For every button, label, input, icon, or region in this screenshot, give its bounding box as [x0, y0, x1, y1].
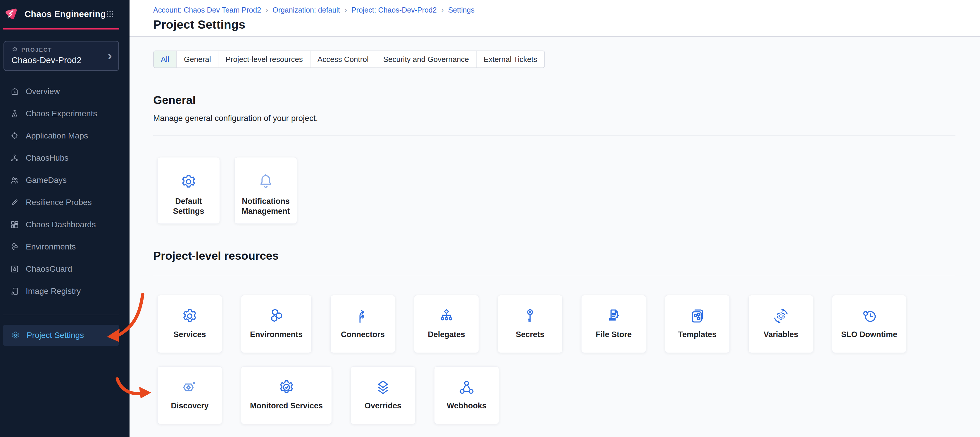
breadcrumb: Account: Chaos Dev Team Prod2 › Organiza… [153, 6, 980, 14]
sidebar-item-project-settings[interactable]: Project Settings [3, 325, 119, 346]
card-label: Delegates [428, 330, 465, 340]
project-selector[interactable]: PROJECT Chaos-Dev-Prod2 › [3, 41, 119, 71]
tab-general[interactable]: General [176, 51, 218, 68]
sidebar-item-label: Resilience Probes [26, 198, 92, 207]
app-grid-icon[interactable] [106, 8, 114, 20]
sidebar-item-gamedays[interactable]: GameDays [0, 169, 129, 192]
card-label: Environments [250, 330, 302, 340]
key-icon [522, 307, 539, 325]
card-label: Variables [764, 330, 799, 340]
page-title: Project Settings [153, 18, 980, 32]
card-monitored-services[interactable]: Monitored Services [241, 366, 332, 424]
sidebar-item-environments[interactable]: Environments [0, 236, 129, 258]
gear-icon [180, 173, 197, 190]
bell-icon [257, 173, 274, 190]
card-label: Connectors [341, 330, 385, 340]
flask-icon [10, 109, 19, 118]
layers-icon [374, 379, 391, 396]
variables-icon [772, 307, 789, 325]
project-name: Chaos-Dev-Prod2 [11, 55, 113, 65]
chevron-right-icon: › [266, 6, 268, 14]
org-chart-icon [438, 307, 455, 325]
sidebar-item-label: GameDays [26, 176, 67, 185]
card-label: SLO Downtime [841, 330, 897, 340]
card-default-settings[interactable]: Default Settings [157, 157, 220, 224]
sidebar-item-label: Project Settings [27, 331, 84, 340]
breadcrumb-settings-link[interactable]: Settings [448, 6, 474, 14]
network-icon [10, 154, 19, 162]
card-label: Notifications Management [239, 196, 292, 217]
card-label: Webhooks [447, 401, 487, 411]
card-overrides[interactable]: Overrides [350, 366, 415, 424]
card-label: Templates [678, 330, 717, 340]
card-label: File Store [596, 330, 632, 340]
chevron-right-icon: › [344, 6, 347, 14]
card-label: Monitored Services [250, 401, 323, 411]
card-services[interactable]: Services [157, 295, 222, 353]
general-section-description: Manage general configuration of your pro… [153, 114, 955, 123]
sidebar-item-label: Chaos Dashboards [26, 220, 96, 229]
general-section-title: General [153, 94, 955, 107]
card-webhooks[interactable]: Webhooks [434, 366, 499, 424]
sidebar-item-application-maps[interactable]: Application Maps [0, 125, 129, 147]
sidebar-item-image-registry[interactable]: Image Registry [0, 280, 129, 302]
brand-row: Chaos Engineering [0, 0, 129, 28]
breadcrumb-organization-link[interactable]: Organization: default [272, 6, 340, 14]
breadcrumb-project-link[interactable]: Project: Chaos-Dev-Prod2 [352, 6, 437, 14]
card-variables[interactable]: Variables [748, 295, 813, 353]
sidebar-item-resilience-probes[interactable]: Resilience Probes [0, 192, 129, 214]
gear-icon [181, 307, 198, 325]
sidebar: Chaos Engineering PROJECT Chaos-Dev-Prod… [0, 0, 129, 437]
sidebar-item-label: Overview [26, 87, 60, 96]
sidebar-item-label: Image Registry [26, 287, 81, 296]
templates-icon [689, 307, 706, 325]
sidebar-item-overview[interactable]: Overview [0, 80, 129, 103]
brand-title: Chaos Engineering [25, 9, 106, 19]
card-file-store[interactable]: File Store [581, 295, 646, 353]
card-connectors[interactable]: Connectors [330, 295, 395, 353]
test-tube-icon [10, 198, 19, 207]
chevron-right-icon: › [441, 6, 444, 14]
card-slo-downtime[interactable]: SLO Downtime [832, 295, 906, 353]
registry-icon [10, 287, 19, 296]
slo-clock-icon [861, 307, 878, 325]
card-notifications-management[interactable]: Notifications Management [234, 157, 297, 224]
sidebar-divider [3, 315, 119, 315]
hexagons-icon [268, 307, 285, 325]
project-selector-label: PROJECT [21, 47, 52, 53]
chevron-right-icon: › [108, 48, 112, 63]
tab-external-tickets[interactable]: External Tickets [476, 51, 544, 68]
card-label: Default Settings [162, 196, 215, 217]
general-cards-row: Default Settings Notifications Managemen… [157, 157, 955, 224]
tab-project-level-resources[interactable]: Project-level resources [218, 51, 310, 68]
sidebar-item-chaoshubs[interactable]: ChaosHubs [0, 147, 129, 169]
dashboard-grid-icon [10, 220, 19, 229]
settings-content: All General Project-level resources Acce… [129, 37, 980, 424]
crosshair-icon [10, 131, 19, 140]
card-templates[interactable]: Templates [665, 295, 730, 353]
card-secrets[interactable]: Secrets [498, 295, 563, 353]
tab-access-control[interactable]: Access Control [310, 51, 376, 68]
tab-all[interactable]: All [154, 51, 176, 68]
gear-icon [11, 331, 20, 340]
card-delegates[interactable]: Delegates [414, 295, 479, 353]
cube-icon [11, 46, 18, 53]
sidebar-item-label: ChaosHubs [26, 154, 68, 163]
sidebar-item-chaosguard[interactable]: ChaosGuard [0, 258, 129, 280]
filter-tabs: All General Project-level resources Acce… [153, 51, 545, 68]
breadcrumb-account-link[interactable]: Account: Chaos Dev Team Prod2 [153, 6, 261, 14]
main-content: Account: Chaos Dev Team Prod2 › Organiza… [129, 0, 980, 437]
card-discovery[interactable]: Discovery [157, 366, 222, 424]
discovery-icon [181, 379, 198, 396]
chaos-logo-icon [4, 5, 18, 23]
accent-divider [3, 28, 119, 30]
tab-security-and-governance[interactable]: Security and Governance [376, 51, 476, 68]
monitored-gear-icon [278, 379, 295, 396]
sidebar-item-chaos-dashboards[interactable]: Chaos Dashboards [0, 214, 129, 236]
card-environments[interactable]: Environments [241, 295, 312, 353]
lock-icon [10, 264, 19, 274]
sidebar-item-label: ChaosGuard [26, 264, 72, 274]
sidebar-item-label: Chaos Experiments [26, 109, 97, 118]
sidebar-item-chaos-experiments[interactable]: Chaos Experiments [0, 103, 129, 125]
card-label: Secrets [516, 330, 544, 340]
